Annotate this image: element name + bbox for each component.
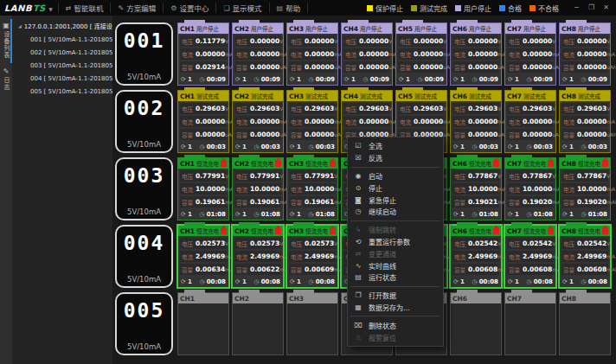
channel-card[interactable]: CH3 恒流充电 电压 0.02573 V 电流 2.49969 mA 容量 0… <box>286 225 338 288</box>
voltage-value: 0.02542 <box>575 239 606 247</box>
tree-collapse-icon[interactable]: ◢ <box>18 23 22 29</box>
card-footer: ⟳ 1 ◷ 00:09 <box>233 74 283 85</box>
channel-card[interactable]: CH7 恒流充电 电压 0.77867 V 电流 10.0000 mA 容量 0… <box>504 157 556 220</box>
tree-node-device[interactable]: 001 [ 5V/10mA-1.1-20180501001 ] <box>12 33 112 46</box>
voltage-value: 0.29603 <box>194 105 225 112</box>
menu-item-help[interactable]: ▤ 帮助 <box>269 3 309 13</box>
channel-card[interactable]: CH1 用户停止 电压 0.11779 V 电流 0.00000 mA 容量 0… <box>177 22 229 86</box>
menu-item-stop[interactable]: ⊙ 停止 <box>348 182 443 194</box>
voltage-label: 电压 <box>236 172 248 181</box>
channel-card[interactable]: CH7 <box>504 292 556 355</box>
device-number-display: 005 <box>124 301 165 321</box>
menu-item-run-status[interactable]: ▤ 运行状态 <box>348 271 443 284</box>
channel-card[interactable]: CH8 恒流充电 电压 0.02542 V 电流 2.49969 mA 容量 0… <box>559 225 611 288</box>
menu-item-smart-connect[interactable]: ⇄ 智能联机 <box>58 3 111 13</box>
context-menu-item-label: 报警复位 <box>369 333 396 342</box>
loop-count: 1 <box>569 76 574 83</box>
card-top-tab <box>566 155 587 158</box>
channel-card[interactable]: CH5 用户停止 电压 0.00000 V 电流 0.00000 mA 容量 0… <box>395 22 447 86</box>
channel-card[interactable]: CH7 用户停止 电压 0.00000 V 电流 0.00000 mA 容量 0… <box>504 22 556 86</box>
menu-item-continue-start[interactable]: ◷ 继续启动 <box>348 206 443 218</box>
tree-node-device[interactable]: 002 [ 5V/10mA-1.1-20180501002 ] <box>12 46 112 59</box>
channel-card[interactable]: CH1 恒流充电 电压 0.77991 V 电流 10.0000 mA 容量 0… <box>177 157 229 220</box>
context-menu-item-label: 打开数据 <box>369 291 396 300</box>
channel-name: CH8 <box>561 25 576 33</box>
menu-item-realtime-curve[interactable]: ∿ 实时曲线 <box>348 259 443 271</box>
rail-tab-device-list[interactable]: ▣ 设备列表 <box>0 18 12 64</box>
menu-item-plan-editor[interactable]: ✎ 方案编辑 <box>110 3 163 13</box>
channel-card[interactable]: CH2 用户停止 电压 0.00000 V 电流 0.00000 mA 容量 0… <box>232 22 284 86</box>
channel-card[interactable]: CH2 测试完成 电压 0.29603 V 电流 0.00000 mA 容量 0… <box>232 90 284 153</box>
channel-card[interactable]: CH3 测试完成 电压 0.29603 V 电流 0.00000 mA 容量 0… <box>286 90 338 153</box>
loop-count-icon: ⟳ <box>508 211 513 218</box>
channel-card[interactable]: CH6 测试完成 电压 0.29603 V 电流 0.00000 mA 容量 0… <box>450 90 502 153</box>
channel-name: CH6 <box>452 160 467 168</box>
menu-item-delete-status[interactable]: ⌧ 删除状态 <box>348 319 443 331</box>
capacity-label: 容量 <box>454 131 466 139</box>
voltage-value: 0.00000 <box>412 37 443 45</box>
channel-card[interactable]: CH4 用户停止 电压 0.00000 V 电流 0.00000 mA 容量 0… <box>341 22 393 86</box>
menu-item-change-channel[interactable]: ⇄ 变更通道 <box>348 247 443 259</box>
menu-item-alarm-reset[interactable]: ⚠ 报警复位 <box>348 331 443 343</box>
card-header: CH2 测试完成 <box>233 91 283 101</box>
channel-name: CH2 <box>234 227 249 235</box>
device-badge[interactable]: 001 5V/10mA <box>115 22 173 86</box>
menu-item-emergency-stop[interactable]: ◙ 紧急停止 <box>348 194 443 206</box>
current-label: 电流 <box>182 118 194 126</box>
channel-card[interactable]: CH8 恒流充电 电压 0.77867 V 电流 10.0000 mA 容量 0… <box>559 157 611 220</box>
menu-item-save-data-as[interactable]: ▦ 数据另存为... <box>348 302 443 314</box>
card-top-tab <box>293 20 314 23</box>
menu-item-open-data[interactable]: ❐ 打开数据 <box>348 290 443 302</box>
menu-item-reset-run-params[interactable]: ⟲ 重置运行参数 <box>348 236 443 248</box>
device-badge[interactable]: 002 5V/10mA <box>115 90 173 153</box>
menu-item-select-all[interactable]: ☑ 全选 <box>348 140 443 152</box>
menu-item-force-jump[interactable]: ↳ 强制跳转 <box>348 224 443 236</box>
device-badge[interactable]: 005 5V/10mA <box>115 292 173 355</box>
logo-caret-icon[interactable]: ▼ <box>48 6 53 12</box>
channel-card[interactable]: CH2 <box>232 292 284 355</box>
device-badge[interactable]: 004 5V/10mA <box>115 225 173 288</box>
tree-node-device[interactable]: 005 [ 5V/10mA-1.1-20180501005 ] <box>12 85 112 98</box>
card-top-tab <box>511 290 532 293</box>
minimize-button[interactable]: ─ <box>571 3 582 13</box>
menu-item-invert-selection[interactable]: ☒ 反选 <box>348 152 443 164</box>
channel-card[interactable]: CH3 <box>286 292 338 355</box>
channel-card[interactable]: CH7 恒流充电 电压 0.02542 V 电流 2.49969 mA 容量 0… <box>504 225 556 288</box>
device-spec: 5V/10mA <box>127 208 161 216</box>
channel-status: 测试完成 <box>578 92 600 100</box>
card-footer: ⟳ 1 ◷ 00:09 <box>396 74 446 85</box>
channel-card[interactable]: CH1 恒流充电 电压 0.02573 V 电流 2.49969 mA 容量 0… <box>177 225 229 288</box>
menu-item-settings-center[interactable]: ⚙ 设置中心 <box>163 3 215 13</box>
channel-card[interactable]: CH3 恒流充电 电压 0.77991 V 电流 10.0000 mA 容量 0… <box>286 157 338 220</box>
channel-card[interactable]: CH1 测试完成 电压 0.29603 V 电流 0.00000 mA 容量 0… <box>177 90 229 153</box>
channel-name: CH2 <box>234 25 249 33</box>
channel-card[interactable]: CH8 <box>559 292 611 355</box>
close-button[interactable]: ✕ <box>600 3 612 13</box>
change-channel-icon: ⇄ <box>354 250 363 258</box>
maximize-button[interactable]: ❐ <box>586 3 597 13</box>
rail-tab-log[interactable]: ✎ 日志 <box>0 64 12 96</box>
channel-card[interactable]: CH7 测试完成 电压 0.29603 V 电流 0.00000 mA 容量 0… <box>504 90 556 153</box>
channel-card[interactable]: CH3 用户停止 电压 0.00000 V 电流 0.00000 mA 容量 0… <box>286 22 338 86</box>
menu-item-display-mode[interactable]: ❏ 显示模式 <box>215 3 268 13</box>
channel-card[interactable]: CH8 测试完成 电压 0.29603 V 电流 0.00000 mA 容量 0… <box>559 90 611 153</box>
tree-node-device[interactable]: 003 [ 5V/10mA-1.1-20180501003 ] <box>12 59 112 72</box>
channel-card[interactable]: CH6 恒流充电 电压 0.02542 V 电流 2.49969 mA 容量 0… <box>450 225 502 288</box>
menu-item-start[interactable]: ◉ 启动 <box>348 170 443 182</box>
tree-root-server[interactable]: ◢ 127.0.0.1:2001,2000 [ 连接设备5 台 ] <box>12 19 112 33</box>
channel-card[interactable]: CH6 <box>450 292 502 355</box>
card-top-tab <box>293 222 314 226</box>
channel-card[interactable]: CH2 恒流充电 电压 0.02573 V 电流 2.49969 mA 容量 0… <box>232 225 284 288</box>
elapsed-time: 00:08 <box>207 278 226 285</box>
device-badge[interactable]: 003 5V/10mA <box>115 157 173 220</box>
loop-count: 1 <box>460 144 465 150</box>
card-top-tab <box>239 155 260 158</box>
capacity-row: 容量 0.00000 uAh <box>507 129 554 140</box>
channel-card[interactable]: CH6 恒流充电 电压 0.77867 V 电流 10.0000 mA 容量 0… <box>450 157 502 220</box>
channel-status: 测试完成 <box>469 92 491 100</box>
tree-node-device[interactable]: 004 [ 5V/10mA-1.1-20180501004 ] <box>12 72 112 85</box>
channel-card[interactable]: CH2 恒流充电 电压 0.77991 V 电流 10.0000 mA 容量 0… <box>232 157 284 220</box>
channel-card[interactable]: CH6 用户停止 电压 0.00000 V 电流 0.00000 mA 容量 0… <box>450 22 502 86</box>
channel-card[interactable]: CH8 用户停止 电压 0.00000 V 电流 0.00000 mA 容量 0… <box>559 22 611 86</box>
channel-card[interactable]: CH1 <box>177 292 229 355</box>
